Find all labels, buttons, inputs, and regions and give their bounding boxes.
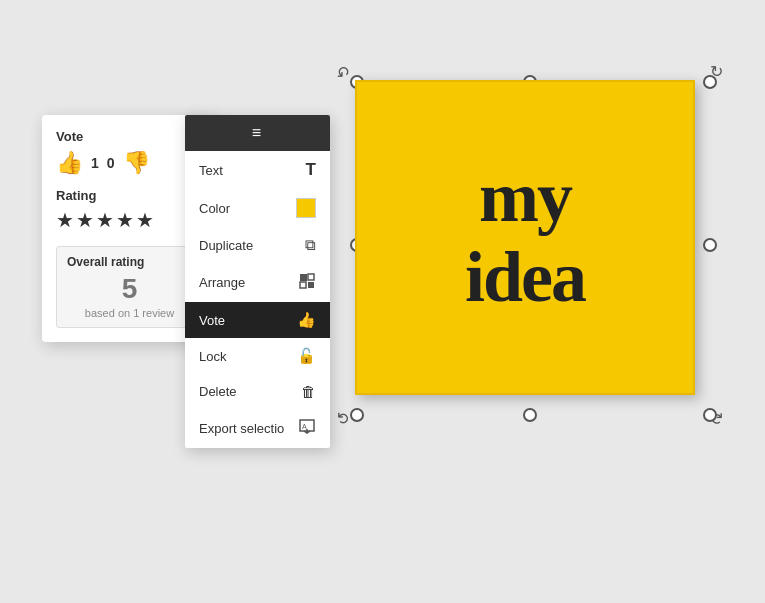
resize-handle-bl[interactable]: [350, 408, 364, 422]
resize-handle-bc[interactable]: [523, 408, 537, 422]
menu-item-lock[interactable]: Lock 🔓: [185, 338, 330, 374]
menu-item-export[interactable]: Export selectio A: [185, 409, 330, 448]
svg-rect-2: [300, 282, 306, 288]
overall-rating-box: Overall rating 5 based on 1 review: [56, 246, 203, 328]
sticky-note[interactable]: my idea: [355, 80, 695, 395]
menu-item-duplicate[interactable]: Duplicate ⧉: [185, 227, 330, 263]
thumbs-up-icon[interactable]: 👍: [56, 150, 83, 176]
vote-thumbs-icon: 👍: [297, 311, 316, 329]
star-5: ★: [136, 208, 154, 232]
menu-header-button[interactable]: ≡: [185, 115, 330, 151]
star-2: ★: [76, 208, 94, 232]
selection-wrapper: ↺ ↻ ↺ ↻ my idea: [335, 60, 725, 430]
thumbs-up-count: 1: [91, 155, 99, 171]
star-3: ★: [96, 208, 114, 232]
menu-item-arrange-label: Arrange: [199, 275, 245, 290]
vote-row: 👍 1 0 👎: [56, 150, 203, 176]
thumbs-down-icon[interactable]: 👎: [123, 150, 150, 176]
menu-item-arrange[interactable]: Arrange: [185, 263, 330, 302]
resize-handle-br[interactable]: [703, 408, 717, 422]
resize-handle-tr[interactable]: [703, 75, 717, 89]
star-1: ★: [56, 208, 74, 232]
lock-icon: 🔓: [297, 347, 316, 365]
canvas-area: ↺ ↻ ↺ ↻ my idea Vote 👍 1 0: [0, 0, 765, 603]
svg-text:A: A: [302, 423, 307, 430]
overall-sub: based on 1 review: [67, 307, 192, 319]
overall-score: 5: [67, 273, 192, 305]
menu-item-export-label: Export selectio: [199, 421, 284, 436]
menu-item-delete-label: Delete: [199, 384, 237, 399]
menu-item-color[interactable]: Color: [185, 189, 330, 227]
star-4: ★: [116, 208, 134, 232]
context-menu: ≡ Text T Color Duplicate ⧉ Arrange: [185, 115, 330, 448]
rating-section: Rating ★ ★ ★ ★ ★: [56, 188, 203, 232]
vote-label: Vote: [56, 129, 203, 144]
svg-rect-3: [308, 282, 314, 288]
svg-rect-1: [308, 274, 314, 280]
menu-item-duplicate-label: Duplicate: [199, 238, 253, 253]
rotate-handle-tl[interactable]: ↺: [337, 62, 350, 81]
hamburger-icon: ≡: [252, 124, 263, 142]
sticky-note-text: my idea: [465, 158, 585, 316]
menu-item-vote-label: Vote: [199, 313, 225, 328]
menu-item-text[interactable]: Text T: [185, 151, 330, 189]
text-icon: T: [306, 160, 316, 180]
menu-item-vote[interactable]: Vote 👍: [185, 302, 330, 338]
rating-label: Rating: [56, 188, 203, 203]
menu-item-lock-label: Lock: [199, 349, 226, 364]
resize-handle-mr[interactable]: [703, 238, 717, 252]
export-icon: A: [298, 418, 316, 439]
overall-title: Overall rating: [67, 255, 192, 269]
svg-rect-0: [300, 274, 307, 281]
arrange-icon: [298, 272, 316, 293]
menu-item-text-label: Text: [199, 163, 223, 178]
thumbs-down-count: 0: [107, 155, 115, 171]
duplicate-icon: ⧉: [305, 236, 316, 254]
menu-item-delete[interactable]: Delete 🗑: [185, 374, 330, 409]
menu-item-color-label: Color: [199, 201, 230, 216]
vote-section: Vote 👍 1 0 👎: [56, 129, 203, 176]
delete-icon: 🗑: [301, 383, 316, 400]
stars-row: ★ ★ ★ ★ ★: [56, 208, 203, 232]
color-swatch-icon: [296, 198, 316, 218]
